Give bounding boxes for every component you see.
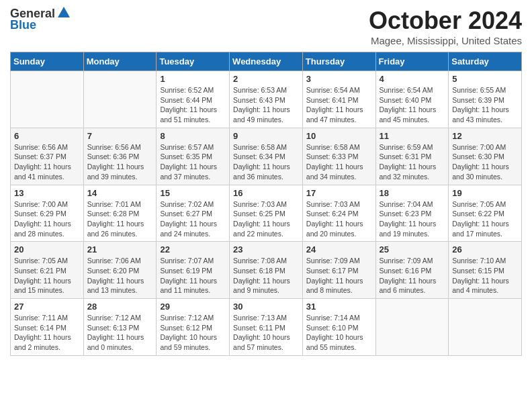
day-info: Sunrise: 6:55 AMSunset: 6:39 PMDaylight:… bbox=[452, 85, 518, 125]
calendar-cell: 14Sunrise: 7:01 AMSunset: 6:28 PMDayligh… bbox=[83, 185, 157, 242]
calendar-cell: 9Sunrise: 6:58 AMSunset: 6:34 PMDaylight… bbox=[230, 128, 303, 185]
col-sunday: Sunday bbox=[11, 52, 84, 71]
logo: General Blue bbox=[10, 7, 71, 32]
day-info: Sunrise: 7:04 AMSunset: 6:23 PMDaylight:… bbox=[380, 199, 445, 239]
calendar-cell: 26Sunrise: 7:10 AMSunset: 6:15 PMDayligh… bbox=[449, 242, 522, 299]
month-title: October 2024 bbox=[369, 7, 522, 35]
day-info: Sunrise: 7:12 AMSunset: 6:13 PMDaylight:… bbox=[87, 313, 153, 353]
day-info: Sunrise: 7:00 AMSunset: 6:30 PMDaylight:… bbox=[452, 142, 518, 182]
calendar-table: Sunday Monday Tuesday Wednesday Thursday… bbox=[10, 52, 522, 356]
day-number: 4 bbox=[380, 74, 445, 84]
calendar-week-3: 13Sunrise: 7:00 AMSunset: 6:29 PMDayligh… bbox=[11, 185, 522, 242]
calendar-cell: 16Sunrise: 7:03 AMSunset: 6:25 PMDayligh… bbox=[230, 185, 303, 242]
day-number: 30 bbox=[233, 302, 299, 312]
day-info: Sunrise: 7:07 AMSunset: 6:19 PMDaylight:… bbox=[160, 256, 226, 295]
calendar-cell: 18Sunrise: 7:04 AMSunset: 6:23 PMDayligh… bbox=[375, 185, 449, 242]
calendar-cell: 13Sunrise: 7:00 AMSunset: 6:29 PMDayligh… bbox=[11, 185, 84, 242]
day-number: 6 bbox=[14, 131, 80, 141]
col-thursday: Thursday bbox=[302, 52, 375, 71]
svg-marker-0 bbox=[58, 7, 70, 17]
calendar-cell: 10Sunrise: 6:58 AMSunset: 6:33 PMDayligh… bbox=[302, 128, 375, 185]
calendar-cell: 27Sunrise: 7:11 AMSunset: 6:14 PMDayligh… bbox=[11, 299, 84, 356]
calendar-cell: 6Sunrise: 6:56 AMSunset: 6:37 PMDaylight… bbox=[11, 128, 84, 185]
day-info: Sunrise: 6:52 AMSunset: 6:44 PMDaylight:… bbox=[160, 85, 226, 125]
day-number: 31 bbox=[306, 302, 372, 312]
day-info: Sunrise: 7:00 AMSunset: 6:29 PMDaylight:… bbox=[14, 199, 80, 239]
col-saturday: Saturday bbox=[449, 52, 522, 71]
calendar-cell bbox=[83, 71, 157, 128]
day-number: 9 bbox=[233, 131, 299, 141]
day-info: Sunrise: 7:14 AMSunset: 6:10 PMDaylight:… bbox=[306, 313, 372, 353]
calendar-cell: 29Sunrise: 7:12 AMSunset: 6:12 PMDayligh… bbox=[157, 299, 230, 356]
calendar-cell: 25Sunrise: 7:09 AMSunset: 6:16 PMDayligh… bbox=[375, 242, 449, 299]
day-number: 3 bbox=[306, 74, 372, 84]
logo-icon bbox=[56, 5, 71, 20]
day-number: 12 bbox=[452, 131, 518, 141]
day-info: Sunrise: 7:12 AMSunset: 6:12 PMDaylight:… bbox=[160, 313, 226, 353]
calendar-cell: 4Sunrise: 6:54 AMSunset: 6:40 PMDaylight… bbox=[375, 71, 449, 128]
day-info: Sunrise: 7:03 AMSunset: 6:25 PMDaylight:… bbox=[233, 199, 299, 239]
day-number: 14 bbox=[87, 188, 153, 198]
col-wednesday: Wednesday bbox=[230, 52, 303, 71]
calendar-cell: 20Sunrise: 7:05 AMSunset: 6:21 PMDayligh… bbox=[11, 242, 84, 299]
day-number: 1 bbox=[160, 74, 226, 84]
calendar-cell: 21Sunrise: 7:06 AMSunset: 6:20 PMDayligh… bbox=[83, 242, 157, 299]
day-number: 11 bbox=[380, 131, 445, 141]
col-tuesday: Tuesday bbox=[157, 52, 230, 71]
day-number: 2 bbox=[233, 74, 299, 84]
calendar-cell: 17Sunrise: 7:03 AMSunset: 6:24 PMDayligh… bbox=[302, 185, 375, 242]
day-number: 22 bbox=[160, 244, 226, 255]
calendar-cell: 8Sunrise: 6:57 AMSunset: 6:35 PMDaylight… bbox=[157, 128, 230, 185]
calendar-cell bbox=[449, 299, 522, 356]
day-info: Sunrise: 7:13 AMSunset: 6:11 PMDaylight:… bbox=[233, 313, 299, 353]
day-info: Sunrise: 6:54 AMSunset: 6:41 PMDaylight:… bbox=[306, 85, 372, 125]
day-number: 16 bbox=[233, 188, 299, 198]
day-number: 15 bbox=[160, 188, 226, 198]
day-info: Sunrise: 7:02 AMSunset: 6:27 PMDaylight:… bbox=[160, 199, 226, 239]
calendar-week-5: 27Sunrise: 7:11 AMSunset: 6:14 PMDayligh… bbox=[11, 299, 522, 356]
calendar-cell: 31Sunrise: 7:14 AMSunset: 6:10 PMDayligh… bbox=[302, 299, 375, 356]
day-info: Sunrise: 7:06 AMSunset: 6:20 PMDaylight:… bbox=[87, 256, 153, 295]
day-number: 7 bbox=[87, 131, 153, 141]
calendar-cell: 2Sunrise: 6:53 AMSunset: 6:43 PMDaylight… bbox=[230, 71, 303, 128]
calendar-cell: 7Sunrise: 6:56 AMSunset: 6:36 PMDaylight… bbox=[83, 128, 157, 185]
day-info: Sunrise: 6:59 AMSunset: 6:31 PMDaylight:… bbox=[380, 142, 445, 182]
calendar-cell: 1Sunrise: 6:52 AMSunset: 6:44 PMDaylight… bbox=[157, 71, 230, 128]
day-info: Sunrise: 6:56 AMSunset: 6:36 PMDaylight:… bbox=[87, 142, 153, 182]
calendar-cell: 19Sunrise: 7:05 AMSunset: 6:22 PMDayligh… bbox=[449, 185, 522, 242]
day-number: 29 bbox=[160, 302, 226, 312]
day-number: 17 bbox=[306, 188, 372, 198]
day-info: Sunrise: 6:57 AMSunset: 6:35 PMDaylight:… bbox=[160, 142, 226, 182]
day-info: Sunrise: 6:54 AMSunset: 6:40 PMDaylight:… bbox=[380, 85, 445, 125]
day-info: Sunrise: 7:05 AMSunset: 6:21 PMDaylight:… bbox=[14, 256, 80, 295]
calendar-week-1: 1Sunrise: 6:52 AMSunset: 6:44 PMDaylight… bbox=[11, 71, 522, 128]
col-friday: Friday bbox=[375, 52, 449, 71]
logo-blue-text: Blue bbox=[10, 18, 36, 32]
calendar-cell: 30Sunrise: 7:13 AMSunset: 6:11 PMDayligh… bbox=[230, 299, 303, 356]
day-number: 23 bbox=[233, 244, 299, 255]
calendar-cell: 23Sunrise: 7:08 AMSunset: 6:18 PMDayligh… bbox=[230, 242, 303, 299]
day-info: Sunrise: 6:58 AMSunset: 6:34 PMDaylight:… bbox=[233, 142, 299, 182]
calendar-cell: 15Sunrise: 7:02 AMSunset: 6:27 PMDayligh… bbox=[157, 185, 230, 242]
calendar-cell: 24Sunrise: 7:09 AMSunset: 6:17 PMDayligh… bbox=[302, 242, 375, 299]
col-monday: Monday bbox=[83, 52, 157, 71]
calendar-cell: 3Sunrise: 6:54 AMSunset: 6:41 PMDaylight… bbox=[302, 71, 375, 128]
calendar-cell: 11Sunrise: 6:59 AMSunset: 6:31 PMDayligh… bbox=[375, 128, 449, 185]
day-number: 10 bbox=[306, 131, 372, 141]
day-info: Sunrise: 7:09 AMSunset: 6:17 PMDaylight:… bbox=[306, 256, 372, 295]
day-number: 21 bbox=[87, 244, 153, 255]
day-info: Sunrise: 6:58 AMSunset: 6:33 PMDaylight:… bbox=[306, 142, 372, 182]
calendar-cell bbox=[375, 299, 449, 356]
calendar-cell: 5Sunrise: 6:55 AMSunset: 6:39 PMDaylight… bbox=[449, 71, 522, 128]
day-number: 20 bbox=[14, 244, 80, 255]
title-block: October 2024 Magee, Mississippi, United … bbox=[369, 7, 522, 46]
day-info: Sunrise: 7:09 AMSunset: 6:16 PMDaylight:… bbox=[380, 256, 445, 295]
day-number: 25 bbox=[380, 244, 445, 255]
day-info: Sunrise: 6:53 AMSunset: 6:43 PMDaylight:… bbox=[233, 85, 299, 125]
day-info: Sunrise: 6:56 AMSunset: 6:37 PMDaylight:… bbox=[14, 142, 80, 182]
day-number: 24 bbox=[306, 244, 372, 255]
calendar-cell: 28Sunrise: 7:12 AMSunset: 6:13 PMDayligh… bbox=[83, 299, 157, 356]
calendar-week-2: 6Sunrise: 6:56 AMSunset: 6:37 PMDaylight… bbox=[11, 128, 522, 185]
day-number: 28 bbox=[87, 302, 153, 312]
day-info: Sunrise: 7:05 AMSunset: 6:22 PMDaylight:… bbox=[452, 199, 518, 239]
